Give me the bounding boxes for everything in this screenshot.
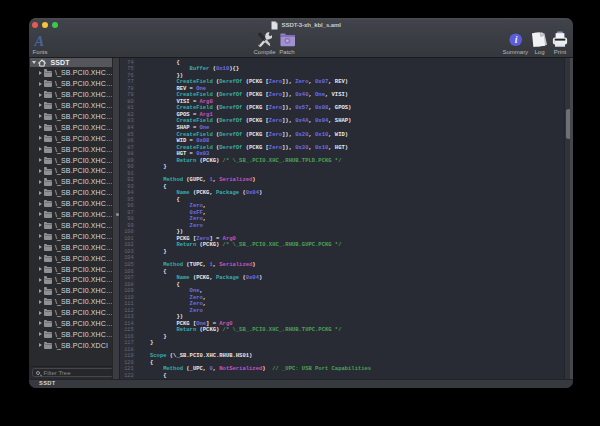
svg-text:i: i — [514, 34, 517, 45]
